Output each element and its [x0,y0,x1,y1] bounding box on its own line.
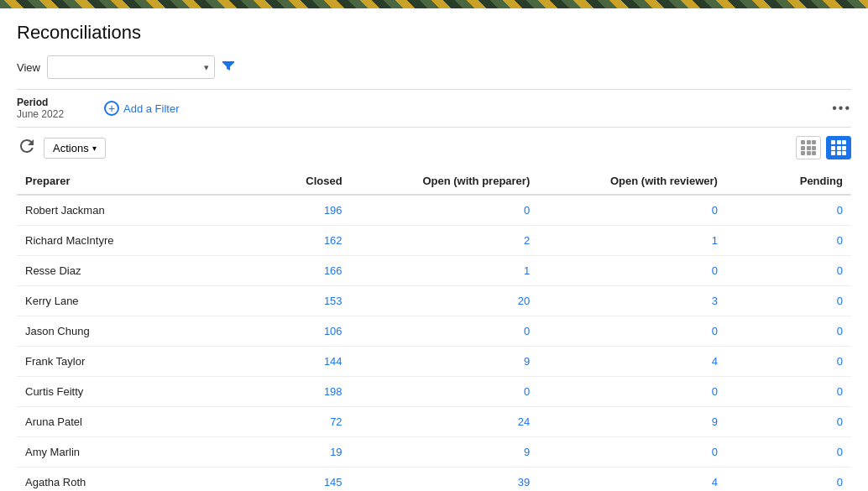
col-header-preparer: Preparer [17,168,226,195]
filter-bar: Period June 2022 + Add a Filter ••• [17,89,851,128]
cell-preparer[interactable]: Robert Jackman [17,195,226,226]
cell-closed[interactable]: 198 [226,377,351,407]
cell-open-preparer[interactable]: 0 [351,195,539,226]
cell-preparer[interactable]: Resse Diaz [17,256,226,286]
list-view-button[interactable] [796,136,821,159]
cell-open-preparer[interactable]: 9 [351,437,539,467]
reconciliations-table: Preparer Closed Open (with preparer) Ope… [17,168,851,491]
cell-preparer[interactable]: Agatha Roth [17,467,226,492]
table-row: Robert Jackman196000 [17,195,851,226]
cell-pending[interactable]: 0 [726,286,851,316]
cell-open-reviewer[interactable]: 0 [538,316,726,347]
col-header-closed: Closed [226,168,351,195]
table-row: Jason Chung106000 [17,316,851,347]
table-row: Kerry Lane1532030 [17,286,851,316]
cell-open-reviewer[interactable]: 0 [538,377,726,407]
cell-closed[interactable]: 72 [226,407,351,437]
actions-label: Actions [53,142,89,154]
cell-closed[interactable]: 144 [226,347,351,377]
filter-icon[interactable] [222,59,235,76]
cell-open-reviewer[interactable]: 1 [538,226,726,256]
cell-preparer[interactable]: Richard MacIntyre [17,226,226,256]
page-container: Reconciliations View ▾ Period June 2022 … [0,8,868,491]
grid-view-icon [831,140,846,155]
cell-open-reviewer[interactable]: 0 [538,195,726,226]
cell-open-preparer[interactable]: 2 [351,226,539,256]
cell-pending[interactable]: 0 [726,226,851,256]
table-row: Curtis Feitty198000 [17,377,851,407]
col-header-open-reviewer: Open (with reviewer) [538,168,726,195]
list-view-icon [801,140,816,155]
toolbar-left: Actions ▾ [17,136,106,159]
add-filter-label: Add a Filter [123,102,179,115]
table-header: Preparer Closed Open (with preparer) Ope… [17,168,851,195]
cell-preparer[interactable]: Frank Taylor [17,347,226,377]
cell-open-reviewer[interactable]: 4 [538,347,726,377]
cell-closed[interactable]: 106 [226,316,351,347]
refresh-button[interactable] [17,136,37,159]
cell-closed[interactable]: 196 [226,195,351,226]
add-filter-button[interactable]: + Add a Filter [97,97,186,119]
cell-closed[interactable]: 19 [226,437,351,467]
cell-open-preparer[interactable]: 0 [351,377,539,407]
cell-preparer[interactable]: Amy Marlin [17,437,226,467]
cell-pending[interactable]: 0 [726,316,851,347]
period-section: Period June 2022 [17,97,84,120]
cell-closed[interactable]: 145 [226,467,351,492]
more-options-button[interactable]: ••• [832,101,851,116]
cell-pending[interactable]: 0 [726,407,851,437]
actions-caret-icon: ▾ [92,144,97,153]
toolbar: Actions ▾ [17,136,851,159]
toolbar-right [796,136,851,159]
cell-preparer[interactable]: Kerry Lane [17,286,226,316]
cell-open-preparer[interactable]: 9 [351,347,539,377]
cell-open-reviewer[interactable]: 3 [538,286,726,316]
cell-open-reviewer[interactable]: 9 [538,407,726,437]
cell-closed[interactable]: 166 [226,256,351,286]
cell-preparer[interactable]: Jason Chung [17,316,226,347]
cell-open-preparer[interactable]: 24 [351,407,539,437]
view-select-wrapper: ▾ [47,55,215,79]
table-row: Richard MacIntyre162210 [17,226,851,256]
view-select[interactable] [47,55,215,79]
cell-pending[interactable]: 0 [726,195,851,226]
table-row: Frank Taylor144940 [17,347,851,377]
cell-pending[interactable]: 0 [726,347,851,377]
cell-closed[interactable]: 153 [226,286,351,316]
table-body: Robert Jackman196000Richard MacIntyre162… [17,195,851,491]
cell-preparer[interactable]: Aruna Patel [17,407,226,437]
cell-pending[interactable]: 0 [726,377,851,407]
table-row: Agatha Roth1453940 [17,467,851,492]
cell-open-preparer[interactable]: 1 [351,256,539,286]
cell-open-reviewer[interactable]: 4 [538,467,726,492]
col-header-pending: Pending [726,168,851,195]
view-row: View ▾ [17,55,851,79]
period-label: Period [17,97,84,108]
top-banner [0,0,868,8]
plus-circle-icon: + [104,101,119,116]
period-value: June 2022 [17,108,84,120]
cell-closed[interactable]: 162 [226,226,351,256]
cell-open-preparer[interactable]: 39 [351,467,539,492]
col-header-open-preparer: Open (with preparer) [351,168,539,195]
view-label: View [17,61,40,74]
table-row: Amy Marlin19900 [17,437,851,467]
table-row: Aruna Patel722490 [17,407,851,437]
cell-pending[interactable]: 0 [726,467,851,492]
grid-view-button[interactable] [826,136,851,159]
cell-open-reviewer[interactable]: 0 [538,256,726,286]
table-row: Resse Diaz166100 [17,256,851,286]
cell-pending[interactable]: 0 [726,437,851,467]
actions-button[interactable]: Actions ▾ [44,138,106,159]
cell-open-preparer[interactable]: 20 [351,286,539,316]
cell-preparer[interactable]: Curtis Feitty [17,377,226,407]
cell-open-preparer[interactable]: 0 [351,316,539,347]
page-title: Reconciliations [17,22,851,44]
cell-open-reviewer[interactable]: 0 [538,437,726,467]
cell-pending[interactable]: 0 [726,256,851,286]
